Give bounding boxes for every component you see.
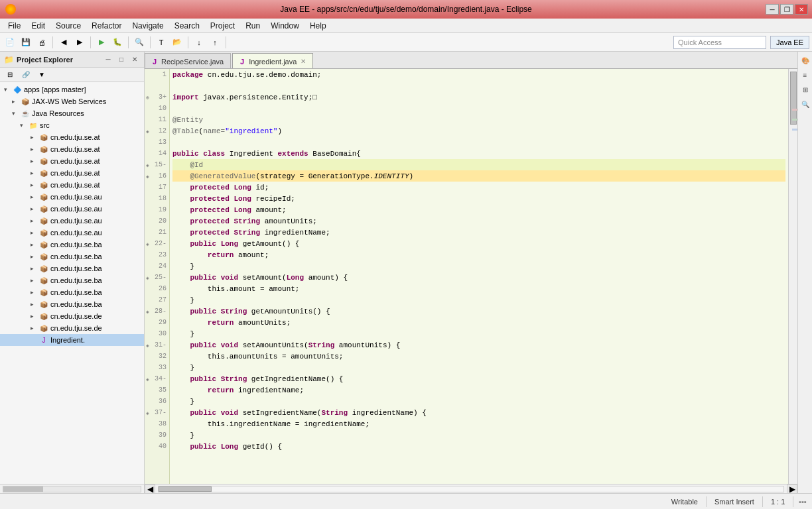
menu-help[interactable]: Help [304, 20, 332, 32]
explorer-scroll[interactable] [0, 484, 144, 493]
toolbar-search[interactable]: 🔍 [132, 35, 147, 50]
scroll-left-btn[interactable]: ◀ [145, 484, 155, 494]
tree-item-pkg8[interactable]: ▸📦cn.edu.tju.se.au [0, 215, 144, 227]
toolbar-new[interactable]: 📄 [3, 35, 17, 50]
tree-item-pkg13[interactable]: ▸📦cn.edu.tju.se.ba [0, 274, 144, 286]
explorer-scroll-thumb[interactable] [3, 486, 43, 492]
tree-item-pkg3[interactable]: ▸📦cn.edu.tju.se.at [0, 155, 144, 167]
tree-label-java-resources: Java Resources [32, 109, 84, 117]
tree-item-jaxws[interactable]: ▸ 📦 JAX-WS Web Services [0, 95, 144, 107]
tree-item-pkg14[interactable]: ▸📦cn.edu.tju.se.ba [0, 286, 144, 298]
toolbar-run[interactable]: ▶ [94, 35, 109, 50]
code-line-34: public String getIngredientName() { [172, 373, 785, 384]
code-content[interactable]: package cn.edu.tju.se.demo.domain; impor… [170, 69, 788, 484]
tab-ingredient-close[interactable]: ✕ [301, 58, 306, 65]
editor-scrollbar[interactable] [788, 69, 797, 484]
menu-source[interactable]: Source [50, 20, 86, 32]
line-num-35: 35 [145, 384, 169, 396]
toolbar-open-type[interactable]: T [154, 35, 169, 50]
explorer-tree[interactable]: ▾ 🔷 apps [apps master] ▸ 📦 JAX-WS Web Se… [0, 82, 144, 484]
menu-window[interactable]: Window [265, 20, 304, 32]
tab-ingredient[interactable]: J Ingredient.java ✕ [232, 53, 313, 68]
tree-item-src[interactable]: ▾ 📁 src [0, 119, 144, 131]
pkg14-arrow: ▸ [31, 289, 38, 296]
explorer-menu[interactable]: ▼ [34, 68, 49, 82]
line-num-30: 30 [145, 328, 169, 339]
explorer-collapse[interactable]: ⊟ [3, 68, 17, 82]
code-line-24: } [172, 260, 785, 272]
tree-item-pkg7[interactable]: ▸📦cn.edu.tju.se.au [0, 203, 144, 215]
toolbar-open-resource[interactable]: 📂 [170, 35, 184, 50]
tree-item-pkg4[interactable]: ▸📦cn.edu.tju.se.at [0, 167, 144, 179]
tree-item-apps[interactable]: ▾ 🔷 apps [apps master] [0, 84, 144, 95]
bottom-scroll[interactable]: ◀ ▶ [145, 484, 797, 493]
tree-item-pkg11[interactable]: ▸📦cn.edu.tju.se.ba [0, 251, 144, 262]
bottom-scroll-thumb[interactable] [159, 486, 212, 492]
tree-item-pkg5[interactable]: ▸📦cn.edu.tju.se.at [0, 179, 144, 191]
right-btn-palette[interactable]: 🎨 [799, 54, 811, 66]
tree-item-pkg15[interactable]: ▸📦cn.edu.tju.se.ba [0, 298, 144, 310]
tree-item-pkg2[interactable]: ▸📦cn.edu.tju.se.at [0, 143, 144, 155]
pkg11-icon: 📦 [38, 251, 49, 262]
tree-arrow-java-resources: ▾ [12, 110, 20, 117]
pkg17-arrow: ▸ [31, 325, 38, 331]
menu-refactor[interactable]: Refactor [86, 20, 127, 32]
menu-project[interactable]: Project [205, 20, 240, 32]
pkg9-icon: 📦 [38, 227, 49, 238]
scroll-right-btn[interactable]: ▶ [787, 484, 797, 494]
pkg15-icon: 📦 [38, 299, 49, 310]
toolbar-save[interactable]: 💾 [19, 35, 33, 50]
menu-file[interactable]: File [3, 20, 26, 32]
tree-item-pkg9[interactable]: ▸📦cn.edu.tju.se.au [0, 227, 144, 239]
tree-item-pkg1[interactable]: ▸📦cn.edu.tju.se.at [0, 131, 144, 143]
tree-item-pkg6[interactable]: ▸📦cn.edu.tju.se.au [0, 191, 144, 203]
code-line-17: protected Long id; [172, 182, 785, 193]
tree-item-pkg10[interactable]: ▸📦cn.edu.tju.se.ba [0, 239, 144, 251]
pkg9-arrow: ▸ [31, 229, 38, 236]
right-btn-outline[interactable]: ≡ [799, 69, 811, 81]
menu-edit[interactable]: Edit [26, 20, 50, 32]
scrollbar-thumb[interactable] [790, 72, 797, 125]
line-num-3: ⊕ 3+ [145, 91, 169, 103]
toolbar-back[interactable]: ◀ [56, 35, 71, 50]
code-editor: 1 ⊕ 3+ 10 11 ◈ 12 13 14 ◈ 15- [145, 69, 797, 484]
tab-recipe-service[interactable]: J RecipeService.java [145, 53, 231, 68]
menu-navigate[interactable]: Navigate [127, 20, 169, 32]
tree-item-pkg16[interactable]: ▸📦cn.edu.tju.se.de [0, 310, 144, 322]
explorer-link[interactable]: 🔗 [19, 68, 33, 82]
src-folder-icon: 📁 [28, 120, 38, 131]
toolbar-prev-annotation[interactable]: ↑ [208, 35, 222, 50]
menu-run[interactable]: Run [240, 20, 265, 32]
explorer-close[interactable]: ✕ [129, 54, 140, 65]
quick-access-container: Quick Access Java EE [673, 36, 809, 49]
tree-item-ingredient[interactable]: J Ingredient. [0, 334, 144, 346]
explorer-toolbar: ⊟ 🔗 ▼ [0, 68, 144, 82]
code-line-21: protected String ingredientName; [172, 227, 785, 238]
right-btn-search[interactable]: 🔍 [799, 98, 811, 110]
right-btn-map[interactable]: ⊞ [799, 84, 811, 95]
toolbar-next-annotation[interactable]: ↓ [192, 35, 206, 50]
code-line-38: this.ingredientName = ingredientName; [172, 418, 785, 429]
pkg5-label: cn.edu.tju.se.at [50, 181, 100, 189]
tree-item-java-resources[interactable]: ▾ ☕ Java Resources [0, 107, 144, 119]
main-area: 📁 Project Explorer ─ □ ✕ ⊟ 🔗 ▼ ▾ 🔷 apps … [0, 52, 812, 493]
toolbar-forward[interactable]: ▶ [72, 35, 87, 50]
code-line-19: protected Long amount; [172, 204, 785, 215]
code-line-33: } [172, 362, 785, 373]
toolbar-debug[interactable]: 🐛 [110, 35, 125, 50]
minimize-button[interactable]: ─ [766, 4, 779, 15]
explorer-minimize[interactable]: ─ [103, 54, 113, 65]
quick-access-input[interactable]: Quick Access [673, 36, 766, 49]
menu-bar: File Edit Source Refactor Navigate Searc… [0, 19, 812, 33]
code-line-25: public void setAmount(Long amount) { [172, 272, 785, 283]
restore-button[interactable]: ❐ [780, 4, 793, 15]
toolbar-print[interactable]: 🖨 [34, 35, 49, 50]
pkg10-arrow: ▸ [31, 241, 38, 248]
menu-search[interactable]: Search [169, 20, 205, 32]
tree-item-pkg17[interactable]: ▸📦cn.edu.tju.se.de [0, 322, 144, 334]
close-button[interactable]: ✕ [795, 4, 808, 15]
explorer-maximize[interactable]: □ [116, 54, 127, 65]
line-num-38: 38 [145, 418, 169, 429]
tree-item-pkg12[interactable]: ▸📦cn.edu.tju.se.ba [0, 262, 144, 274]
perspective-button[interactable]: Java EE [770, 36, 809, 49]
